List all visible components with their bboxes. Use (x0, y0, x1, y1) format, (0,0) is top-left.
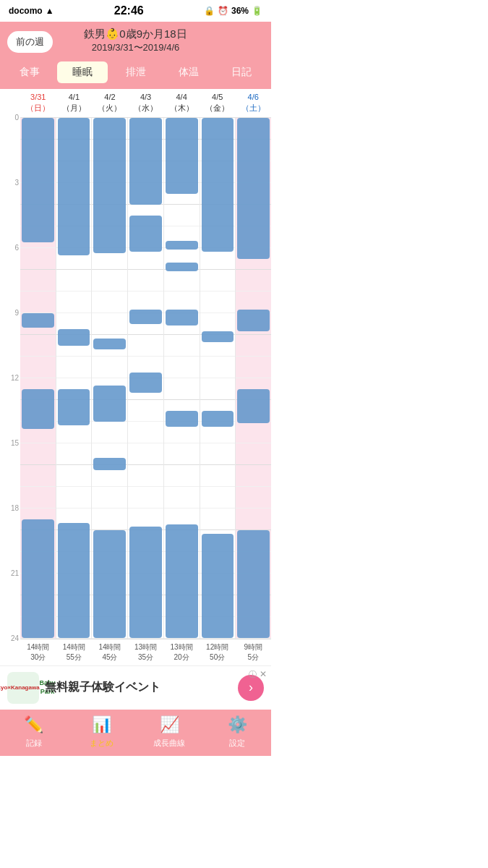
day-column-5 (200, 118, 236, 639)
hour-row-8 (20, 292, 56, 313)
hour-row-11 (164, 357, 200, 378)
sleep-block-col4-2 (166, 263, 198, 272)
hour-row-10 (236, 335, 271, 357)
time-label-15: 15 (11, 440, 19, 447)
sleep-block-col5-1 (202, 331, 234, 342)
hour-row-9 (92, 313, 127, 335)
day-header-2: 4/2（火） (92, 89, 128, 117)
hour-row-15 (128, 443, 163, 465)
ad-banner: Tokyo×Kanagawa BabyPark 無料親子体験イベント › ⓘ ✕ (0, 665, 271, 710)
nav-icon-記録: ✏️ (0, 715, 68, 734)
hour-row-15 (20, 443, 56, 465)
hour-row-17 (128, 487, 163, 509)
hour-row-7 (128, 270, 163, 292)
nav-label-成長曲線: 成長曲線 (153, 739, 185, 747)
calendar-area: 3/31（日）4/1（月）4/2（火）4/3（水）4/4（木）4/5（金）4/6… (0, 89, 271, 665)
hour-row-16 (200, 465, 236, 487)
hour-row-8 (92, 292, 127, 313)
total-cell-6: 9時間5分 (235, 639, 271, 665)
hour-row-16 (128, 465, 163, 487)
sleep-block-col1-0 (58, 118, 90, 255)
day-column-1 (56, 118, 93, 639)
hour-row-15 (236, 443, 271, 465)
status-bar: docomo ▲ 22:46 🔒 ⏰ 36% 🔋 (0, 0, 271, 22)
hour-row-15 (56, 443, 92, 465)
hour-row-11 (92, 357, 127, 378)
nav-label-まとめ: まとめ (90, 739, 114, 747)
carrier: docomo (9, 6, 43, 16)
ad-info-icon[interactable]: ⓘ (249, 669, 257, 680)
hour-row-11 (20, 357, 56, 378)
ad-text: 無料親子体験イベント (45, 680, 232, 695)
tab-食事[interactable]: 食事 (4, 61, 54, 83)
sleep-block-col5-0 (202, 118, 234, 252)
hour-row-15 (164, 443, 200, 465)
hour-row-14 (236, 422, 271, 443)
hour-row-14 (92, 422, 127, 443)
ad-logo: Tokyo×Kanagawa BabyPark (7, 672, 39, 704)
day-header-3: 4/3（水） (128, 89, 164, 117)
ad-close-icon[interactable]: ✕ (260, 669, 267, 679)
nav-item-設定[interactable]: ⚙️設定 (203, 715, 271, 749)
hour-row-18 (236, 509, 271, 530)
hour-row-12 (164, 378, 200, 400)
day-header-1: 4/1（月） (56, 89, 93, 117)
grid-body (20, 118, 271, 639)
sleep-block-col2-4 (93, 530, 126, 639)
sleep-block-col3-2 (129, 310, 162, 324)
sleep-block-col5-2 (202, 411, 234, 427)
total-cell-2: 14時間45分 (92, 639, 128, 665)
day-column-6 (236, 118, 271, 639)
time-axis: 03691215182124 (0, 118, 20, 639)
lock-icon: 🔒 (204, 6, 215, 16)
status-left: docomo ▲ (9, 6, 54, 16)
day-header-6: 4/6（土） (235, 89, 271, 117)
day-headers: 3/31（日）4/1（月）4/2（火）4/3（水）4/4（木）4/5（金）4/6… (20, 89, 271, 118)
nav-item-記録[interactable]: ✏️記録 (0, 715, 68, 749)
nav-item-成長曲線[interactable]: 📈成長曲線 (136, 715, 204, 749)
sleep-block-col1-1 (58, 329, 90, 346)
total-cell-0: 14時間30分 (20, 639, 56, 665)
tab-睡眠[interactable]: 睡眠 (57, 61, 107, 83)
time-label-0: 0 (14, 114, 19, 122)
hour-row-16 (20, 465, 56, 487)
sleep-block-col3-4 (129, 527, 162, 639)
day-column-3 (128, 118, 164, 639)
hour-row-17 (92, 487, 127, 509)
nav-icon-まとめ: 📊 (68, 715, 136, 734)
time-label-12: 12 (11, 375, 19, 382)
hour-row-7 (164, 270, 200, 292)
day-column-0 (20, 118, 56, 639)
time-label-24: 24 (11, 635, 19, 642)
battery-label: 36% (231, 6, 249, 16)
hour-row-10 (20, 335, 56, 357)
sleep-block-col6-3 (237, 530, 270, 639)
sleep-block-col6-1 (237, 310, 270, 331)
tab-日記[interactable]: 日記 (217, 61, 267, 83)
totals-row: 14時間30分14時間55分14時間45分13時間35分13時間20分12時間5… (20, 639, 271, 665)
tab-体温[interactable]: 体温 (163, 61, 213, 83)
hour-row-4 (164, 205, 200, 226)
total-cell-3: 13時間35分 (128, 639, 164, 665)
hour-row-16 (56, 465, 92, 487)
hour-row-17 (200, 487, 236, 509)
time-label-21: 21 (11, 570, 19, 577)
hour-row-17 (20, 487, 56, 509)
sleep-block-col3-3 (129, 373, 162, 393)
hour-row-6 (20, 248, 56, 270)
sleep-block-col4-1 (166, 241, 198, 250)
prev-week-button[interactable]: 前の週 (7, 31, 53, 53)
sleep-block-col4-3 (166, 310, 198, 326)
day-column-4 (164, 118, 200, 639)
battery-icon: 🔋 (252, 6, 262, 16)
hour-row-18 (200, 509, 236, 530)
day-header-0: 3/31（日） (20, 89, 56, 117)
sleep-block-col4-5 (166, 524, 198, 638)
sleep-block-col2-1 (93, 339, 126, 349)
sleep-block-col1-2 (58, 389, 90, 425)
hour-row-10 (164, 335, 200, 357)
sleep-block-col0-3 (22, 519, 54, 639)
total-cell-1: 14時間55分 (56, 639, 93, 665)
nav-item-まとめ[interactable]: 📊まとめ (68, 715, 136, 749)
tab-排泄[interactable]: 排泄 (111, 61, 160, 83)
